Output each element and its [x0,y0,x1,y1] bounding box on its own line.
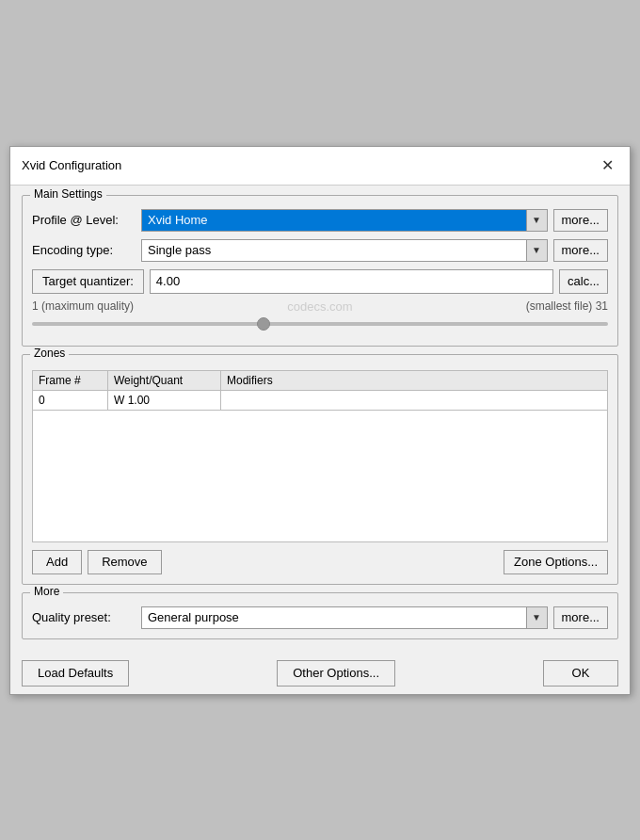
quality-label-right: (smallest file) 31 [526,299,608,313]
close-button[interactable]: ✕ [596,154,618,177]
row-modifiers [221,390,608,410]
profile-select-wrapper: Xvid Home ▼ [141,209,548,232]
other-options-button[interactable]: Other Options... [277,660,395,687]
load-defaults-button[interactable]: Load Defaults [22,660,129,687]
zone-options-button[interactable]: Zone Options... [504,550,608,574]
profile-select[interactable]: Xvid Home [141,209,527,232]
encoding-dropdown-arrow[interactable]: ▼ [527,239,548,262]
quantizer-input[interactable] [150,269,553,294]
encoding-select[interactable]: Single pass [141,239,527,262]
zones-buttons: Add Remove Zone Options... [32,550,608,574]
calc-button[interactable]: calc... [559,269,608,294]
dialog-body: Main Settings Profile @ Level: Xvid Home… [10,186,630,649]
quality-preset-row: Quality preset: General purpose ▼ more..… [32,606,608,629]
zones-group: Zones Frame # Weight/Quant Modifiers 0 W… [22,354,618,585]
quality-preset-select[interactable]: General purpose [141,606,527,629]
more-group-label: More [30,585,63,598]
quality-slider-row [32,315,608,336]
quality-labels-row: 1 (maximum quality) codecs.com (smallest… [32,299,608,313]
col-header-modifiers: Modifiers [221,370,608,390]
zones-label: Zones [30,347,69,360]
more-group: More Quality preset: General purpose ▼ m… [22,592,618,639]
dialog-title: Xvid Configuration [22,158,121,172]
quality-slider[interactable] [32,315,608,333]
profile-row: Profile @ Level: Xvid Home ▼ more... [32,209,608,232]
profile-label: Profile @ Level: [32,213,136,227]
watermark: codecs.com [287,299,352,314]
encoding-row: Encoding type: Single pass ▼ more... [32,239,608,262]
col-header-frame: Frame # [33,370,108,390]
add-button[interactable]: Add [32,550,82,574]
row-weight: W 1.00 [108,390,221,410]
encoding-more-button[interactable]: more... [553,239,608,262]
dialog-window: Xvid Configuration ✕ Main Settings Profi… [9,146,631,695]
zones-empty-area [33,410,608,541]
main-settings-group: Main Settings Profile @ Level: Xvid Home… [22,195,618,347]
quality-preset-select-wrapper: General purpose ▼ [141,606,548,629]
quantizer-row: Target quantizer: calc... [32,269,608,294]
title-bar: Xvid Configuration ✕ [10,147,630,186]
quality-label-left: 1 (maximum quality) [32,299,134,313]
row-frame: 0 [33,390,108,410]
table-row: 0 W 1.00 [33,390,608,410]
encoding-label: Encoding type: [32,243,136,257]
zones-empty-cell [33,410,608,541]
encoding-select-wrapper: Single pass ▼ [141,239,548,262]
main-settings-label: Main Settings [30,187,106,201]
bottom-bar: Load Defaults Other Options... OK [10,653,630,694]
profile-dropdown-arrow[interactable]: ▼ [527,209,548,232]
remove-button[interactable]: Remove [88,550,161,574]
target-quantizer-button[interactable]: Target quantizer: [32,269,144,294]
ok-button[interactable]: OK [543,660,618,687]
quality-more-button[interactable]: more... [553,606,608,629]
quality-preset-label: Quality preset: [32,610,136,624]
profile-more-button[interactable]: more... [553,209,608,232]
zones-buttons-left: Add Remove [32,550,162,574]
col-header-weight: Weight/Quant [108,370,221,390]
zones-table: Frame # Weight/Quant Modifiers 0 W 1.00 [32,370,608,542]
quality-preset-dropdown-arrow[interactable]: ▼ [527,606,548,629]
